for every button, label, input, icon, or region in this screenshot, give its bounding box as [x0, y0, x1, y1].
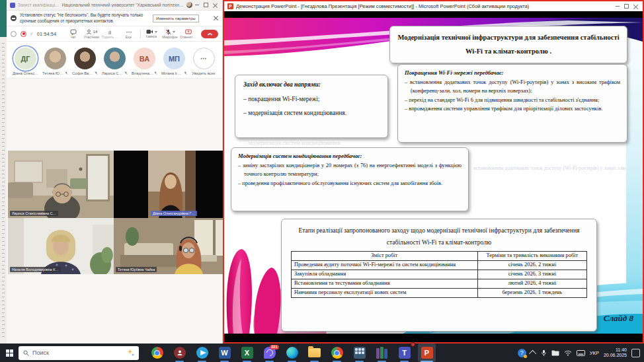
- stop-sharing-icon: [185, 29, 192, 35]
- taskbar-excel[interactable]: X: [238, 344, 256, 362]
- do-not-disturb-icon: [11, 15, 17, 21]
- avatar-photo: [44, 48, 66, 69]
- camera-button[interactable]: Камера: [144, 29, 159, 38]
- participant-name: Тетяна Юр…: [42, 71, 64, 75]
- video-name-label: Наталія Володимирівна К…: [10, 267, 61, 272]
- participant-chip[interactable]: Софія Вад…: [73, 48, 97, 75]
- taskbar-edge[interactable]: [283, 344, 301, 362]
- stop-sharing-button[interactable]: Отменить о…: [181, 29, 196, 39]
- dnd-notification-banner: Установлен статус "Не беспокоить". Вы бу…: [7, 11, 222, 26]
- meeting-timer: 01:54:54: [37, 32, 57, 36]
- direction-item: – модернізація систем кондиціювання.: [243, 106, 380, 120]
- taskbar-telegram[interactable]: [193, 344, 211, 362]
- see-all-participants[interactable]: ⋯ Увидеть всех: [192, 48, 216, 75]
- participant-chip[interactable]: ДГ Діана Олексан…: [13, 48, 38, 75]
- taskbar-chrome-2[interactable]: [328, 344, 346, 362]
- notification-center-icon[interactable]: [631, 349, 640, 357]
- taskbar-contacts-app[interactable]: [171, 344, 188, 362]
- dismiss-notification-icon[interactable]: [214, 16, 218, 20]
- taskbar-teams[interactable]: T: [395, 344, 413, 362]
- edge-icon: [286, 347, 298, 359]
- tray-microphone-icon[interactable]: [541, 349, 547, 357]
- meeting-doc-title: Захист кваліфікаці…: [18, 3, 60, 7]
- stage-term: січень 2026, 2 тижні: [477, 261, 586, 270]
- windows-logo-icon: [6, 349, 13, 357]
- stages-table: Зміст робіт Терміни та тривалість викона…: [291, 251, 587, 298]
- taskbar-powerpoint-active[interactable]: P: [418, 344, 436, 362]
- winrar-icon: [376, 347, 387, 359]
- chat-button[interactable]: Чат: [66, 29, 81, 39]
- background-window-ruler: [2, 40, 5, 337]
- taskbar-viber[interactable]: 221: [261, 344, 278, 362]
- table-row: Закупівля обладнання січень 2026, 3 тижн…: [292, 270, 587, 279]
- status-circle-icon[interactable]: [11, 31, 17, 37]
- search-icon: [23, 350, 29, 356]
- taskbar-word[interactable]: W: [216, 344, 233, 362]
- stage-term: березень 2026, 1 тиждень: [477, 289, 586, 298]
- tray-date: 20.06.2025: [604, 353, 627, 358]
- meeting-window: Захист кваліфікаці… Національний технічн…: [7, 0, 223, 344]
- video-name-label: Лариса Станіславівна С…: [10, 211, 58, 216]
- language-indicator[interactable]: УКР: [590, 350, 599, 356]
- avatar: ВА: [134, 48, 155, 69]
- minimize-icon[interactable]: [195, 5, 199, 5]
- more-icon: [126, 29, 132, 35]
- close-icon[interactable]: [633, 4, 638, 9]
- video-tile[interactable]: Тетяна Юріївна Чайка: [114, 218, 223, 274]
- raise-hand-button[interactable]: Поднять руку: [103, 29, 118, 39]
- link-icon: [30, 31, 33, 36]
- background-window-edge: [0, 0, 7, 344]
- microphone-button[interactable]: Микрофон: [163, 29, 177, 39]
- powerpoint-titlebar: P Демонстрация PowerPoint - [Гнєзділова …: [224, 1, 643, 11]
- stages-box: Етапи реалізації запропонованого заходу …: [281, 219, 597, 332]
- chrome-icon: [331, 347, 343, 359]
- meeting-window-title: Національний технічний університет "Харк…: [62, 3, 184, 7]
- table-row: Встановлення та тестування обладнання лю…: [292, 279, 587, 289]
- start-button[interactable]: [0, 344, 19, 362]
- participant-chip[interactable]: МП Мілана Іго…: [162, 48, 186, 75]
- participant-chip[interactable]: Лариса Ст…: [102, 48, 127, 75]
- participant-chip[interactable]: Тетяна Юр…: [43, 48, 67, 75]
- animation-ghost-text: – модернізація систем кондиціювання: [244, 139, 389, 146]
- recording-indicator-icon: [20, 31, 26, 37]
- help-tray-icon[interactable]: ?: [518, 349, 526, 357]
- minimize-icon[interactable]: [616, 6, 620, 7]
- tray-chevron-up-icon[interactable]: [529, 350, 536, 357]
- microphone-chevron-icon[interactable]: [173, 31, 175, 33]
- mic-off-icon: [184, 71, 187, 75]
- wifi-item: – впровадження системи управління трафік…: [405, 104, 620, 113]
- change-settings-button[interactable]: Изменить параметры: [153, 15, 199, 22]
- slide-title-box: Модернізація технічної інфраструктури дл…: [389, 26, 627, 63]
- maximize-icon[interactable]: [204, 3, 208, 7]
- copilot-sparkle-icon: [126, 349, 134, 357]
- taskbar-search[interactable]: Поиск: [19, 346, 139, 360]
- participants-button[interactable]: 14 Участники: [85, 29, 99, 39]
- video-tile[interactable]: Наталія Володимирівна К…: [8, 218, 114, 274]
- participant-name: Лариса Ст…: [102, 71, 124, 75]
- video-feed-pillarboxed: [114, 151, 223, 218]
- video-tile[interactable]: Лариса Станіславівна С…: [8, 151, 114, 218]
- camera-chevron-icon[interactable]: [155, 31, 157, 33]
- avatar-photo: [74, 48, 96, 69]
- taskbar-file-explorer[interactable]: [305, 344, 323, 362]
- participants-icon: [86, 29, 92, 35]
- tray-folder-icon[interactable]: [551, 349, 559, 356]
- maximize-icon[interactable]: [624, 4, 629, 9]
- tray-keyboard-icon[interactable]: [577, 350, 585, 356]
- mic-off-icon: [95, 71, 98, 75]
- avatar: МП: [163, 48, 185, 69]
- taskbar-chrome[interactable]: [148, 344, 166, 362]
- ac-item: – заміну застарілих кондиціонерів у 20 н…: [238, 161, 462, 179]
- close-icon[interactable]: [213, 3, 218, 7]
- taskbar-winrar[interactable]: [373, 344, 391, 362]
- taskbar-calculator[interactable]: [350, 344, 368, 362]
- video-tile[interactable]: Діана Олександрівна Г…: [114, 151, 223, 218]
- tray-wifi-icon[interactable]: [564, 350, 572, 356]
- hangup-button[interactable]: [201, 30, 218, 38]
- more-button[interactable]: Ещё: [122, 29, 136, 39]
- wifi-item: – перехід на стандарт Wi-Fi 6 для підвищ…: [405, 96, 620, 104]
- clock[interactable]: 11:40 20.06.2025: [604, 347, 627, 359]
- meeting-user-avatar[interactable]: [186, 2, 192, 8]
- participant-chip[interactable]: ВА Владлена І…: [132, 48, 157, 75]
- chat-icon: [70, 29, 77, 35]
